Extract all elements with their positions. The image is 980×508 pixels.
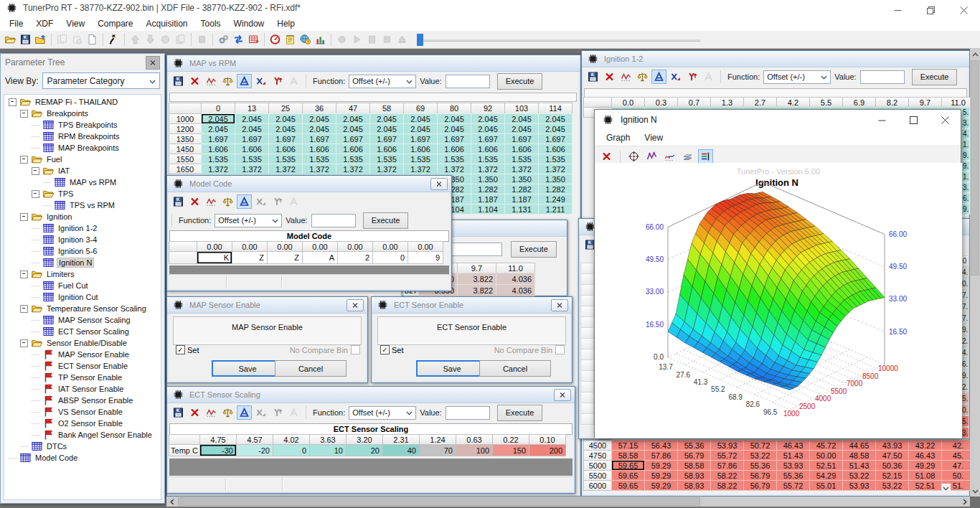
row-header-cell[interactable] <box>580 338 594 349</box>
data-cell[interactable]: 51.43 <box>776 450 810 461</box>
scrollbar-thumb[interactable] <box>178 497 700 506</box>
data-cell[interactable]: 53.22 <box>743 450 777 461</box>
data-cell[interactable]: 1.697 <box>504 133 539 144</box>
stop-icon[interactable] <box>380 32 395 47</box>
data-cell[interactable]: 1.697 <box>235 133 269 144</box>
compare-doc2-icon[interactable] <box>70 32 85 47</box>
data-cell[interactable]: 2.045 <box>235 113 269 124</box>
tree-item[interactable]: Model Code <box>4 452 161 464</box>
data-cell[interactable]: 1.372 <box>235 164 269 174</box>
row-header-cell[interactable] <box>580 295 594 306</box>
data-cell[interactable]: 1.372 <box>504 164 539 174</box>
save-icon[interactable] <box>171 74 186 88</box>
playback-slider[interactable] <box>417 34 700 46</box>
zigzag-icon[interactable] <box>644 149 659 164</box>
data-cell[interactable]: 2.045 <box>302 113 336 124</box>
row-header-cell[interactable]: 6000 <box>583 480 612 491</box>
axis-x-icon[interactable] <box>668 70 683 84</box>
child-titlebar[interactable]: Ignition 1-2 <box>582 51 969 67</box>
menu-view[interactable]: View <box>60 17 91 30</box>
data-cell[interactable]: 1.372 <box>302 164 336 174</box>
save-button[interactable]: Save <box>212 360 283 377</box>
chip-gray-icon[interactable] <box>194 32 209 47</box>
tree-item[interactable]: ECT Sensor Scaling <box>4 326 161 337</box>
scale-icon[interactable] <box>220 194 235 209</box>
data-cell[interactable]: 1.606 <box>369 144 404 154</box>
data-cell[interactable]: 2.045 <box>201 113 235 124</box>
row-header-cell[interactable]: 1200 <box>169 123 202 134</box>
row-header-cell[interactable]: 5500 <box>583 470 612 481</box>
column-header-cell[interactable]: 0.7 <box>677 97 711 108</box>
crosshair-icon[interactable] <box>626 149 641 164</box>
menu-xdf[interactable]: XDF <box>29 17 60 30</box>
data-cell[interactable]: 53.93 <box>842 480 876 491</box>
data-cell[interactable]: 43.22 <box>908 440 942 451</box>
tree-item[interactable]: Ignition 5-6 <box>4 245 161 257</box>
data-cell[interactable]: 2.045 <box>403 113 438 124</box>
tree-item[interactable]: Limiters <box>4 268 161 280</box>
save-icon[interactable] <box>18 32 33 47</box>
tree-item[interactable]: O2 Sensor Enable <box>4 418 161 429</box>
data-cell[interactable]: 52.51 <box>809 460 843 471</box>
data-cell[interactable]: 51.43 <box>842 460 876 471</box>
column-header-cell[interactable]: 9.7 <box>908 97 942 108</box>
connector-icon[interactable] <box>106 32 121 47</box>
cancel-button[interactable]: Cancel <box>275 360 347 377</box>
data-cell[interactable]: 0 <box>273 444 310 456</box>
tree-expander-icon[interactable] <box>20 213 28 221</box>
data-cell[interactable]: 55.36 <box>743 460 777 471</box>
tree-expander-icon[interactable] <box>20 271 28 278</box>
column-header-cell[interactable]: 4.2 <box>776 97 810 108</box>
set-checkbox[interactable]: ✓ <box>380 345 390 354</box>
save-icon[interactable] <box>171 405 186 420</box>
pages-icon[interactable] <box>173 32 188 47</box>
menu-tools[interactable]: Tools <box>194 17 227 30</box>
slider-thumb[interactable] <box>417 34 423 46</box>
axis-a-icon[interactable] <box>237 405 252 420</box>
tree-expander-icon[interactable] <box>9 98 17 106</box>
column-header-cell[interactable]: 103 <box>504 103 539 114</box>
tree-item[interactable]: Fuel Cut <box>4 280 161 291</box>
pause-icon[interactable] <box>364 32 380 47</box>
data-cell[interactable]: 1.187 <box>471 194 505 204</box>
data-cell[interactable]: 1.535 <box>403 154 438 164</box>
data-cell[interactable]: 47.50 <box>875 450 909 461</box>
data-cell[interactable]: 4.036 <box>496 273 535 285</box>
data-cell[interactable]: 1.535 <box>235 154 269 164</box>
column-header-cell[interactable]: 6.9 <box>842 97 876 108</box>
child-close-icon[interactable] <box>551 299 568 311</box>
text-a-icon[interactable] <box>286 405 301 420</box>
data-cell[interactable]: 53.22 <box>875 480 909 491</box>
child-titlebar[interactable]: Model Code <box>167 176 451 192</box>
trace-icon[interactable] <box>618 70 633 84</box>
tree-item[interactable]: MAP Sensor Enable <box>4 349 161 360</box>
row-header-cell[interactable]: 1000 <box>169 113 202 124</box>
data-cell[interactable]: 1.535 <box>369 154 404 164</box>
row-header-cell[interactable]: 1550 <box>169 154 202 164</box>
data-cell[interactable]: 40 <box>382 444 420 456</box>
data-cell[interactable]: 51.08 <box>908 470 942 481</box>
row-header-cell[interactable] <box>580 306 594 317</box>
data-cell[interactable]: 1.372 <box>268 164 303 174</box>
data-cell[interactable]: 1.535 <box>538 154 573 164</box>
menu-compare[interactable]: Compare <box>91 17 139 30</box>
scroll-up-icon[interactable] <box>970 49 980 60</box>
data-cell[interactable]: 53.93 <box>776 460 810 471</box>
no-compare-checkbox[interactable] <box>351 345 360 354</box>
data-cell[interactable]: 2.045 <box>504 123 539 134</box>
data-cell[interactable]: 2.045 <box>336 113 370 124</box>
row-header-cell[interactable] <box>169 251 197 264</box>
close-icon[interactable] <box>929 110 961 130</box>
data-cell[interactable]: 57.86 <box>710 460 744 471</box>
compare-doc-icon[interactable] <box>55 32 70 47</box>
data-cell[interactable]: 43.93 <box>875 440 909 451</box>
row-header-cell[interactable] <box>580 327 594 339</box>
execute-button[interactable]: Execute <box>511 241 557 258</box>
data-cell[interactable]: 2.045 <box>437 123 471 134</box>
open-folder-icon[interactable] <box>3 32 18 47</box>
data-cell[interactable]: 1.372 <box>336 164 370 174</box>
data-cell[interactable]: 150 <box>492 444 529 456</box>
data-cell[interactable]: 0 <box>372 251 408 264</box>
record-icon[interactable] <box>334 32 349 47</box>
swap-arrows-icon[interactable] <box>231 32 246 47</box>
